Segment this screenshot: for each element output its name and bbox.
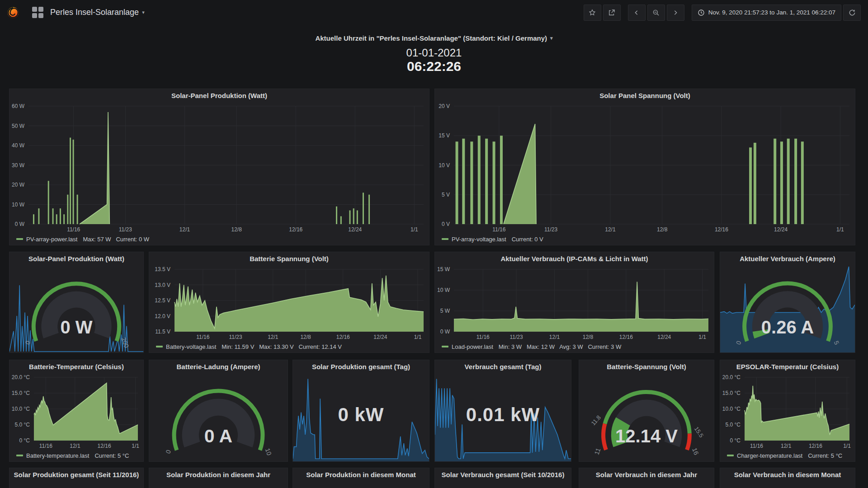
refresh-icon [848, 9, 856, 17]
panel-battery-voltage-chart: Batterie Spannung (Volt) 11.5 V12.0 V12.… [149, 252, 429, 353]
series-bar [77, 195, 78, 224]
y-axis-label: 10 W [12, 202, 25, 208]
share-dashboard-button[interactable] [603, 5, 621, 21]
x-axis-label: 1/1 [836, 226, 844, 233]
x-axis-label: 12/16 [715, 226, 728, 233]
panel-title[interactable]: Solar-Panel Produktion (Watt) [9, 252, 143, 266]
gauge-minmax-label: 0 [735, 340, 743, 346]
series-bar [349, 211, 350, 224]
legend-series-name[interactable]: PV-array-power.last [26, 236, 77, 243]
chevron-left-icon [633, 9, 640, 16]
y-axis-label: 5.0 °C [15, 422, 30, 428]
panel-title[interactable]: Aktueller Verbrauch (IP-CAMs & Licht in … [435, 252, 714, 266]
series-bar [801, 141, 804, 224]
x-axis-label: 12/24 [348, 226, 362, 233]
panel-title[interactable]: Solar Verbrauch in diesem Monat [720, 468, 855, 482]
time-range-button[interactable]: Nov. 9, 2020 21:57:23 to Jan. 1, 2021 06… [692, 5, 841, 21]
panel-title[interactable]: Verbrauch gesamt (Tag) [435, 360, 571, 374]
legend-series-name[interactable]: Load-power.last [452, 343, 493, 350]
y-axis-label: 20.0 °C [12, 374, 30, 380]
series-color-dash [442, 346, 448, 347]
load-power-chart[interactable]: 0 W5 W10 W15 W11/1611/2312/112/812/1612/… [435, 266, 714, 342]
refresh-button[interactable] [843, 5, 861, 21]
x-axis-label: 12/24 [373, 334, 387, 340]
panel-title[interactable]: Solar Verbrauch gesamt (Seit 10/2016) [435, 468, 571, 482]
gauge-minmax-label: 0 [24, 340, 32, 346]
gauge-threshold-label: 15.5 [693, 426, 705, 439]
panel-pv-power-gauge: Solar-Panel Produktion (Watt) 0 W0200 [9, 252, 144, 353]
star-icon [588, 9, 596, 17]
zoom-out-icon [652, 9, 660, 17]
clock-time: 06:22:26 [0, 59, 868, 75]
pv-power-gauge: 0 W0200 [9, 266, 143, 352]
legend-series-name[interactable]: Battery-temperature.last [26, 452, 89, 459]
grafana-logo[interactable] [6, 6, 20, 19]
panel-title[interactable]: Batterie-Temperatur (Celsius) [9, 360, 143, 374]
panel-title[interactable]: Solar-Panel Produktion (Watt) [9, 89, 429, 103]
legend-series-name[interactable]: Charger-temperature.last [737, 452, 802, 459]
x-axis-label: 12/1 [268, 334, 278, 340]
time-back-button[interactable] [628, 5, 646, 21]
clock-date: 01-01-2021 [0, 47, 868, 59]
panel-title[interactable]: Solar Verbrauch in diesem Jahr [579, 468, 714, 482]
pv-power-chart[interactable]: 0 W10 W20 W30 W40 W50 W60 W11/1611/2312/… [9, 103, 429, 234]
y-axis-label: 15.0 °C [722, 390, 741, 396]
x-axis-label: 11/23 [510, 334, 523, 340]
x-axis-label: 12/1 [605, 226, 616, 233]
gauge-value: 0.26 A [761, 317, 814, 337]
y-axis-label: 5 W [440, 308, 450, 314]
y-axis-label: 0 W [440, 328, 450, 335]
gauge-minmax-label: 5 [833, 340, 841, 346]
time-range-text: Nov. 9, 2020 21:57:23 to Jan. 1, 2021 06… [708, 9, 835, 16]
series-bar [749, 147, 752, 224]
panel-clock: Aktuelle Uhrzeit in "Perles Insel-Solara… [0, 34, 868, 75]
panel-title[interactable]: Solar Produktion gesamt (Seit 11/2016) [9, 468, 143, 482]
panel-production-day-stat: Solar Produktion gesamt (Tag) 0 kW [292, 360, 429, 462]
navbar-actions: Nov. 9, 2020 21:57:23 to Jan. 1, 2021 06… [582, 5, 861, 21]
battery-temp-chart[interactable]: 0 °C5.0 °C10.0 °C15.0 °C20.0 °C11/1612/1… [9, 374, 143, 450]
battery-voltage-chart[interactable]: 11.5 V12.0 V12.5 V13.0 V13.5 V11/1611/23… [149, 266, 429, 342]
x-axis-label: 12/8 [583, 334, 594, 340]
y-axis-label: 15.0 °C [12, 390, 30, 396]
pv-voltage-chart[interactable]: 0 V5 V10 V15 V20 V11/1611/2312/112/812/1… [435, 103, 855, 234]
panel-title[interactable]: Batterie-Spannung (Volt) [579, 360, 714, 374]
navbar: Perles Insel-Solaranlage ▾ Nov. 9, 2020 … [0, 0, 868, 25]
x-axis-label: 1/1 [132, 443, 139, 449]
time-forward-button[interactable] [667, 5, 684, 21]
x-axis-label: 1/1 [410, 226, 418, 233]
legend-series-name[interactable]: PV-array-voltage.last [452, 236, 506, 243]
series-color-dash [16, 455, 23, 456]
panel-production-month: Solar Produktion in diesem Monat [292, 468, 429, 488]
zoom-out-button[interactable] [647, 5, 665, 21]
gauge-ring [604, 424, 606, 450]
panel-title[interactable]: Solar Produktion in diesem Jahr [149, 468, 288, 482]
series-bar [73, 140, 74, 224]
series-bar [33, 214, 34, 224]
panel-title[interactable]: Aktueller Verbrauch (Ampere) [720, 252, 855, 266]
legend-series-name[interactable]: Battery-voltage.last [166, 343, 216, 350]
panel-title[interactable]: Batterie Spannung (Volt) [149, 252, 429, 266]
panel-title[interactable]: Solar Produktion gesamt (Tag) [293, 360, 429, 374]
panel-title[interactable]: Batterie-Ladung (Ampere) [149, 360, 288, 374]
x-axis-label: 12/24 [657, 334, 671, 340]
x-axis-label: 11/23 [119, 226, 132, 233]
dashboards-grid-icon[interactable] [32, 7, 43, 18]
dashboard-title-dropdown[interactable]: Perles Insel-Solaranlage ▾ [50, 8, 145, 17]
y-axis-label: 30 W [12, 162, 25, 169]
panel-title[interactable]: Solar Produktion in diesem Monat [293, 468, 429, 482]
charger-temp-chart[interactable]: 0 °C5.0 °C10.0 °C15.0 °C20.0 °C11/1612/1… [720, 374, 855, 450]
series-color-dash [16, 238, 23, 240]
series-color-dash [442, 238, 448, 240]
panel-title[interactable]: EPSOLAR-Temperatur (Celsius) [720, 360, 855, 374]
y-axis-label: 50 W [12, 123, 25, 129]
y-axis-label: 15 W [437, 266, 450, 272]
y-axis-label: 0 °C [730, 437, 741, 444]
x-axis-label: 11/16 [196, 334, 209, 340]
series-bar [52, 208, 54, 224]
x-axis-label: 12/16 [336, 334, 350, 340]
panel-battery-voltage-gauge: Batterie-Spannung (Volt) 12.14 V111611.8… [579, 360, 714, 462]
star-dashboard-button[interactable] [584, 5, 601, 21]
series-bar [353, 208, 354, 224]
panel-title[interactable]: Solar Panel Spannung (Volt) [435, 89, 855, 103]
clock-panel-title[interactable]: Aktuelle Uhrzeit in "Perles Insel-Solara… [315, 34, 552, 42]
